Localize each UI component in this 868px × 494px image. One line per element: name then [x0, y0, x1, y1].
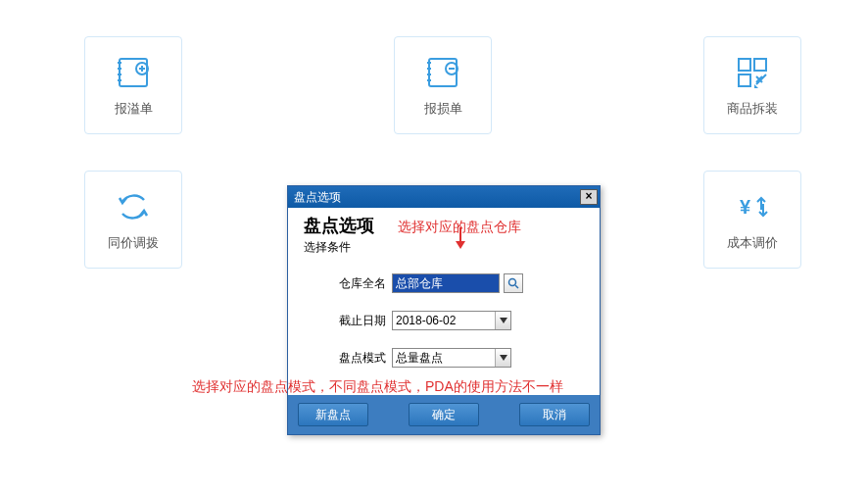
card-label: 成本调价	[727, 234, 778, 252]
card-label: 报溢单	[115, 100, 153, 118]
dialog-title: 盘点选项	[294, 189, 341, 206]
dialog-subheading: 选择条件	[304, 239, 374, 256]
assembly-icon	[733, 53, 772, 92]
cutoff-date-value: 2018-06-02	[396, 314, 456, 327]
card-cost-adjust[interactable]: ¥ 成本调价	[703, 171, 801, 269]
card-same-price-transfer[interactable]: 同价调拨	[84, 171, 182, 269]
magnifier-icon	[507, 277, 519, 289]
new-inventory-button[interactable]: 新盘点	[298, 403, 368, 426]
svg-text:¥: ¥	[740, 196, 751, 218]
arrow-annotation-icon	[451, 225, 470, 253]
cancel-button[interactable]: 取消	[519, 403, 590, 426]
close-button[interactable]: ×	[580, 189, 598, 205]
dropdown-arrow-icon[interactable]	[495, 349, 510, 367]
svg-point-21	[509, 279, 516, 286]
mode-label: 盘点模式	[331, 350, 386, 367]
warehouse-input[interactable]: 总部仓库	[392, 273, 500, 293]
price-adjust-icon: ¥	[733, 187, 772, 226]
card-assembly[interactable]: 商品拆装	[703, 36, 801, 134]
inventory-options-dialog: 盘点选项 × 盘点选项 选择条件 选择对应的盘点仓库 仓库全名 总部仓库	[287, 185, 601, 435]
cutoff-date-input[interactable]: 2018-06-02	[392, 311, 511, 330]
overflow-doc-icon	[114, 53, 153, 92]
dialog-heading: 盘点选项	[304, 214, 374, 237]
warehouse-lookup-button[interactable]	[504, 273, 523, 293]
ok-button[interactable]: 确定	[409, 403, 479, 426]
warehouse-label: 仓库全名	[331, 275, 386, 292]
mode-value: 总量盘点	[396, 351, 443, 365]
cutoff-date-label: 截止日期	[331, 313, 386, 329]
dialog-footer: 新盘点 确定 取消	[288, 395, 600, 434]
card-overflow[interactable]: 报溢单	[84, 36, 182, 134]
svg-rect-18	[739, 74, 750, 86]
dialog-titlebar[interactable]: 盘点选项 ×	[288, 186, 600, 208]
svg-rect-16	[739, 59, 750, 71]
loss-doc-icon	[423, 53, 462, 92]
card-label: 同价调拨	[108, 234, 159, 252]
sync-icon	[114, 187, 153, 226]
svg-rect-17	[754, 59, 766, 71]
annotation-bottom: 选择对应的盘点模式，不同盘点模式，PDA的使用方法不一样	[192, 378, 563, 396]
mode-select[interactable]: 总量盘点	[392, 348, 511, 368]
card-label: 商品拆装	[727, 100, 778, 118]
svg-line-22	[515, 285, 518, 288]
card-loss[interactable]: 报损单	[394, 36, 492, 134]
dropdown-arrow-icon[interactable]	[495, 312, 510, 329]
card-label: 报损单	[424, 100, 462, 118]
